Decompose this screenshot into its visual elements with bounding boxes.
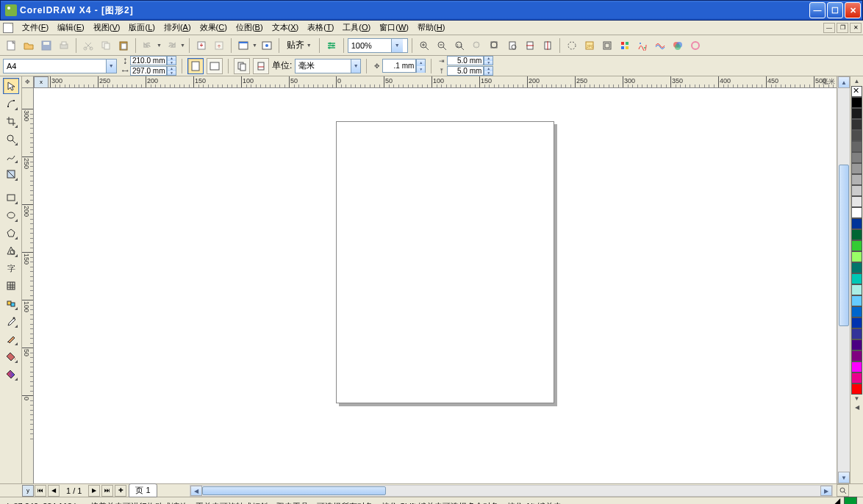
horizontal-ruler[interactable]: 毫米 3002502001501005005010015020025030035… xyxy=(34,76,837,88)
swatch-none[interactable] xyxy=(851,86,862,97)
zoom-page-icon[interactable] xyxy=(504,37,520,54)
page-tab[interactable]: 页 1 xyxy=(129,483,157,497)
view-overprint-icon[interactable] xyxy=(652,37,668,54)
swatch[interactable] xyxy=(851,262,862,273)
interactive-fill-tool[interactable] xyxy=(3,366,19,382)
ellipse-tool[interactable] xyxy=(3,207,19,223)
next-page-button[interactable]: ▶ xyxy=(88,485,100,497)
swatch[interactable] xyxy=(851,119,862,130)
portrait-button[interactable] xyxy=(187,58,204,74)
landscape-button[interactable] xyxy=(207,58,223,74)
prev-page-button[interactable]: ◀ xyxy=(48,485,60,497)
redo-button[interactable] xyxy=(163,37,179,54)
menu-x[interactable]: 文本(X) xyxy=(268,21,304,35)
canvas-area[interactable]: ✥ 毫米 30025020015010050050100150200250300… xyxy=(22,76,837,483)
zoom-height-icon[interactable] xyxy=(540,37,556,54)
mdi-restore-button[interactable]: ❐ xyxy=(837,23,848,33)
import-button[interactable] xyxy=(193,37,210,54)
palette-flyout-button[interactable]: ◀ xyxy=(851,403,862,412)
swatch[interactable] xyxy=(851,273,862,284)
menu-h[interactable]: 帮助(H) xyxy=(413,21,449,35)
snap-button[interactable]: 贴齐 ▼ xyxy=(283,37,315,54)
zoom-tool[interactable] xyxy=(3,131,19,147)
mdi-minimize-button[interactable]: — xyxy=(823,23,835,33)
horizontal-scrollbar[interactable]: ◀ ▶ xyxy=(190,485,833,497)
copy-button[interactable] xyxy=(98,37,114,54)
fill-tool[interactable] xyxy=(3,348,19,364)
palette-up-button[interactable]: ▲ xyxy=(851,77,862,86)
units-combo[interactable]: ▼ xyxy=(295,59,361,73)
vertical-scrollbar[interactable]: ▲ ▼ xyxy=(837,76,850,483)
menu-w[interactable]: 窗口(W) xyxy=(375,21,413,35)
swatch[interactable] xyxy=(851,284,862,295)
view-normal-icon[interactable] xyxy=(599,37,615,54)
swatch[interactable] xyxy=(851,317,862,328)
swatch[interactable] xyxy=(851,196,862,207)
menu-o[interactable]: 工具(O) xyxy=(338,21,375,35)
scroll-right-button[interactable]: ▶ xyxy=(820,486,832,496)
swatch[interactable] xyxy=(851,240,862,251)
zoom-width-icon[interactable] xyxy=(522,37,538,54)
last-page-button[interactable]: ⏭ xyxy=(101,485,113,497)
view-enhanced-icon[interactable] xyxy=(617,37,633,54)
new-button[interactable] xyxy=(3,37,19,54)
welcome-button[interactable] xyxy=(259,37,275,54)
swatch[interactable] xyxy=(851,306,862,317)
page-width-spinner[interactable]: ⭥▲▼ xyxy=(120,56,176,65)
swatch[interactable] xyxy=(851,185,862,196)
undo-button[interactable] xyxy=(140,37,156,54)
table-tool[interactable] xyxy=(3,278,19,294)
zoom-selection-icon[interactable] xyxy=(469,37,485,54)
rectangle-tool[interactable] xyxy=(3,190,19,206)
zoom-all-icon[interactable] xyxy=(487,37,503,54)
swatch[interactable] xyxy=(851,108,862,119)
page-height-spinner[interactable]: ⭤▲▼ xyxy=(120,66,176,76)
swatch[interactable] xyxy=(851,295,862,306)
shape-tool[interactable] xyxy=(3,96,19,112)
menu-c[interactable]: 效果(C) xyxy=(196,21,232,35)
cut-button[interactable] xyxy=(80,37,96,54)
export-button[interactable] xyxy=(211,37,227,54)
swatch[interactable] xyxy=(851,218,862,229)
add-page-button[interactable]: ✚ xyxy=(115,485,126,497)
freehand-tool[interactable] xyxy=(3,148,19,165)
maximize-button[interactable]: ☐ xyxy=(827,2,843,18)
sim-overprint-icon[interactable] xyxy=(687,37,703,54)
scroll-up-button[interactable]: ▲ xyxy=(838,76,850,88)
apply-all-pages-button[interactable] xyxy=(234,58,250,74)
save-button[interactable] xyxy=(38,37,54,54)
scroll-left-button[interactable]: ◀ xyxy=(190,486,202,496)
dropdown-icon[interactable]: ▼ xyxy=(106,60,117,73)
menu-t[interactable]: 表格(T) xyxy=(303,21,338,35)
polygon-tool[interactable] xyxy=(3,225,19,241)
view-draft-icon[interactable]: JPG xyxy=(581,37,598,54)
interactive-tool[interactable] xyxy=(3,295,19,312)
text-tool[interactable]: 字 xyxy=(3,260,19,276)
view-simple-icon[interactable] xyxy=(564,37,580,54)
swatch[interactable] xyxy=(851,339,862,350)
zoom-in-icon[interactable] xyxy=(416,37,432,54)
eyedropper-tool[interactable] xyxy=(3,313,19,329)
outline-tool[interactable] xyxy=(3,331,19,347)
swatch[interactable] xyxy=(851,130,862,141)
scroll-down-button[interactable]: ▼ xyxy=(838,472,850,483)
first-page-button[interactable]: ⏮ xyxy=(35,485,46,497)
swatch[interactable] xyxy=(851,97,862,108)
menu-e[interactable]: 编辑(E) xyxy=(53,21,89,35)
swatch[interactable] xyxy=(851,141,862,152)
paper-size-input[interactable] xyxy=(4,62,106,71)
dropdown-icon[interactable]: ▼ xyxy=(391,39,403,52)
mdi-close-button[interactable]: ✕ xyxy=(850,23,862,33)
swatch[interactable] xyxy=(851,174,862,185)
swatch[interactable] xyxy=(851,361,862,372)
duplicate-x-spinner[interactable]: ⇥▲▼ xyxy=(437,56,493,65)
current-fill-swatch[interactable] xyxy=(844,497,857,505)
print-button[interactable] xyxy=(56,37,72,54)
swatch[interactable] xyxy=(851,350,862,361)
swatch[interactable] xyxy=(851,207,862,218)
minimize-button[interactable]: — xyxy=(809,2,826,18)
navigator-button[interactable] xyxy=(837,484,849,497)
scroll-thumb[interactable] xyxy=(202,486,386,495)
open-button[interactable] xyxy=(21,37,37,54)
nudge-spinner[interactable]: ✥▲▼ xyxy=(372,59,426,73)
